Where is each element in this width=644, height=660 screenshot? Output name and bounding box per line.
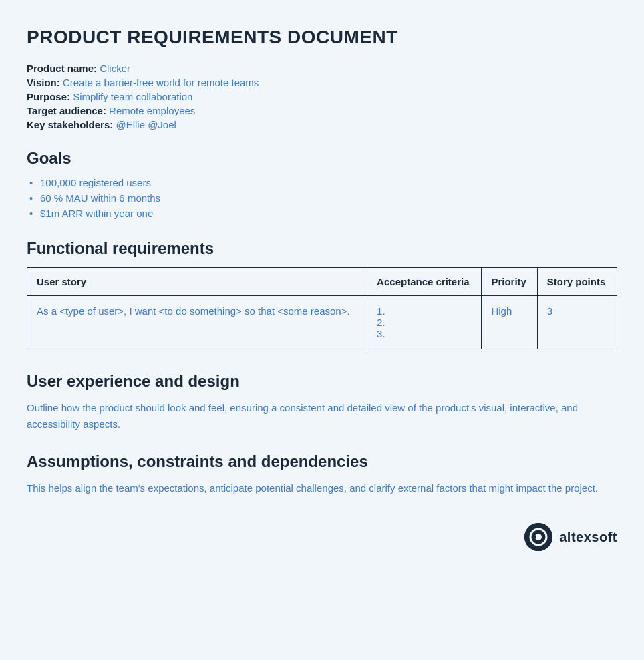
list-item: $1m ARR within year one: [27, 208, 617, 219]
criteria-item-2: 2.: [377, 317, 385, 328]
purpose-value: Simplify team collaboration: [73, 91, 192, 102]
target-audience-label: Target audience:: [27, 105, 106, 116]
assumptions-title: Assumptions, constraints and dependencie…: [27, 452, 617, 471]
priority-cell: High: [482, 296, 537, 349]
assumptions-section: Assumptions, constraints and dependencie…: [27, 452, 617, 496]
meta-section: Product name: Clicker Vision: Create a b…: [27, 63, 617, 130]
target-audience-row: Target audience: Remote employees: [27, 105, 617, 116]
key-stakeholders-label: Key stakeholders:: [27, 119, 113, 130]
ux-description: Outline how the product should look and …: [27, 400, 617, 432]
col-header-story-points: Story points: [537, 268, 617, 296]
functional-section: Functional requirements User story Accep…: [27, 239, 617, 349]
story-points-cell: 3: [537, 296, 617, 349]
logo-text: altexsoft: [559, 530, 617, 545]
svg-rect-3: [534, 536, 536, 538]
goals-list: 100,000 registered users 60 % MAU within…: [27, 177, 617, 219]
table-row: As a <type of user>, I want <to do somet…: [27, 296, 617, 349]
criteria-item-1: 1.: [377, 305, 385, 317]
requirements-table: User story Acceptance criteria Priority …: [27, 267, 617, 349]
goals-title: Goals: [27, 149, 617, 168]
logo-icon: [524, 523, 552, 551]
product-name-value: Clicker: [100, 63, 130, 74]
functional-title: Functional requirements: [27, 239, 617, 258]
page-title: PRODUCT REQUIREMENTS DOCUMENT: [27, 27, 617, 48]
col-header-user-story: User story: [27, 268, 367, 296]
assumptions-description: This helps align the team's expectations…: [27, 480, 617, 496]
goals-section: Goals 100,000 registered users 60 % MAU …: [27, 149, 617, 219]
product-name-label: Product name:: [27, 63, 97, 74]
target-audience-value: Remote employees: [109, 105, 195, 116]
user-story-cell: As a <type of user>, I want <to do somet…: [27, 296, 367, 349]
list-item: 60 % MAU within 6 months: [27, 192, 617, 204]
ux-section: User experience and design Outline how t…: [27, 372, 617, 432]
acceptance-criteria-cell: 1. 2. 3.: [367, 296, 482, 349]
criteria-item-3: 3.: [377, 328, 385, 339]
ux-title: User experience and design: [27, 372, 617, 391]
vision-value: Create a barrier-free world for remote t…: [63, 77, 259, 88]
purpose-label: Purpose:: [27, 91, 70, 102]
footer: altexsoft: [27, 523, 617, 551]
vision-row: Vision: Create a barrier-free world for …: [27, 77, 617, 88]
key-stakeholders-row: Key stakeholders: @Ellie @Joel: [27, 119, 617, 130]
key-stakeholders-value: @Ellie @Joel: [116, 119, 176, 130]
list-item: 100,000 registered users: [27, 177, 617, 188]
col-header-priority: Priority: [482, 268, 537, 296]
vision-label: Vision:: [27, 77, 60, 88]
purpose-row: Purpose: Simplify team collaboration: [27, 91, 617, 102]
product-name-row: Product name: Clicker: [27, 63, 617, 74]
col-header-acceptance: Acceptance criteria: [367, 268, 482, 296]
